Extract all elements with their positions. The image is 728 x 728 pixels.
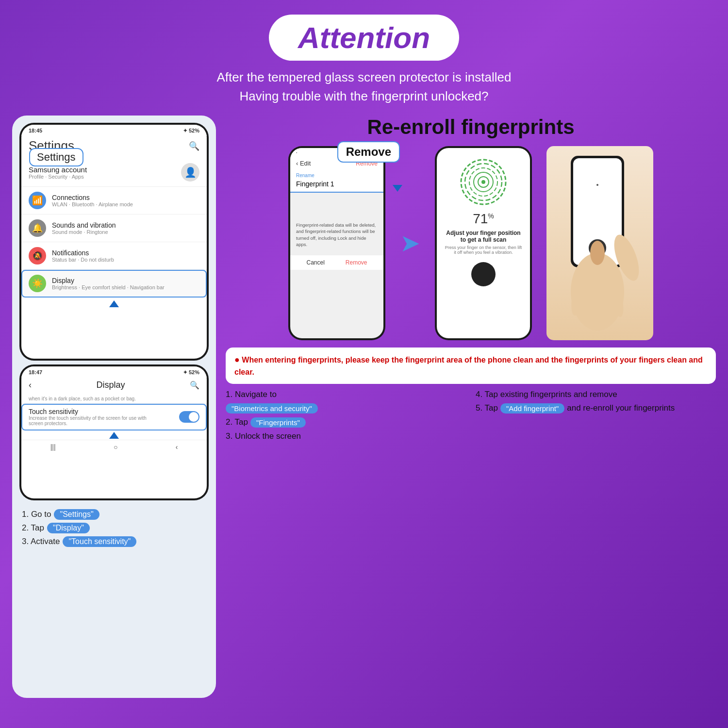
instruction-2: 2. Tap "Display" <box>22 523 206 533</box>
settings-callout: Settings <box>29 148 83 166</box>
fingerprint-graphic <box>459 158 508 206</box>
touch-sensitivity-item[interactable]: Touch sensitivity Increase the touch sen… <box>21 404 207 430</box>
arrow-up-touch <box>21 430 207 440</box>
svg-point-5 <box>481 180 485 184</box>
fingerprints-tag: "Fingerprints" <box>250 417 306 428</box>
callout-arrow <box>393 185 402 192</box>
touch-sensitivity-tag: "Touch sensitivity" <box>63 536 136 547</box>
right-instr-1: 1. Navigate to <box>226 390 466 399</box>
display-subtitle: Brightness · Eye comfort shield · Naviga… <box>52 284 165 290</box>
svg-point-12 <box>590 241 605 265</box>
toggle-switch[interactable] <box>179 411 199 423</box>
display-title: Display <box>52 277 165 284</box>
sounds-title: Sounds and vibration <box>52 221 116 229</box>
display-icon: ☀️ <box>29 275 46 292</box>
fp-percent: 71% <box>473 211 494 227</box>
svg-point-8 <box>596 184 598 186</box>
subtitle-line2: Having trouble with the fingerprint unlo… <box>10 87 718 106</box>
avatar: 👤 <box>181 163 199 182</box>
phone-mockup-bottom: 18:47 ✦ 52% ‹ Display 🔍 when it's in a d… <box>19 364 209 500</box>
nav-back-icon[interactable]: ‹ <box>176 443 178 451</box>
touch-sensitivity-wrapper: Touch sensitivity Increase the touch sen… <box>21 404 207 430</box>
right-col-right: 4. Tap existing fingerprints and remove … <box>476 390 716 445</box>
display-tag: "Display" <box>47 523 90 533</box>
phone-right-screen: 71% Adjust your finger position to get a… <box>437 148 530 338</box>
subtitle-line1: After the tempered glass screen protecto… <box>10 68 718 87</box>
fingerprint-name: Fingerprint 1 <box>290 179 383 193</box>
status-bar-top: 18:45 ✦ 52% <box>21 125 207 136</box>
notification-icon: 🔕 <box>29 247 46 265</box>
instruction-1: 1. Go to "Settings" <box>22 509 206 520</box>
arrow-up-display <box>21 298 207 309</box>
main-content: Settings 18:45 ✦ 52% Settings 🔍 Samsung … <box>0 116 728 698</box>
right-instructions: 1. Navigate to "Biometrics and security"… <box>226 390 716 445</box>
display-subtitle-area: when it's in a dark place, such as a poc… <box>21 394 207 404</box>
header-subtitle: After the tempered glass screen protecto… <box>10 68 718 106</box>
settings-tag: "Settings" <box>54 509 99 520</box>
toggle-knob <box>189 412 199 422</box>
phone-mockup-top: Settings 18:45 ✦ 52% Settings 🔍 Samsung … <box>19 123 209 361</box>
samsung-account-subtitle: Profile · Security · Apps <box>29 174 87 180</box>
page-header: Attention After the tempered glass scree… <box>0 0 728 116</box>
phone-nav-bar: ||| ○ ‹ <box>21 440 207 453</box>
phones-row: · · ‹ Edit Remove Rename Fingerprint 1 F… <box>226 146 716 340</box>
settings-item-display[interactable]: ☀️ Display Brightness · Eye comfort shie… <box>21 270 207 298</box>
display-page-title: Display <box>96 380 125 390</box>
nav-menu-icon[interactable]: ||| <box>50 443 56 451</box>
right-col-left: 1. Navigate to "Biometrics and security"… <box>226 390 466 445</box>
display-back-icon[interactable]: ‹ <box>29 380 32 390</box>
connections-subtitle: WLAN · Bluetooth · Airplane mode <box>52 201 133 207</box>
nav-home-icon[interactable]: ○ <box>114 443 117 451</box>
settings-item-sounds[interactable]: 🔔 Sounds and vibration Sound mode · Ring… <box>21 215 207 242</box>
notifications-subtitle: Status bar · Do not disturb <box>52 257 114 263</box>
connector-spacer <box>19 361 209 364</box>
search-icon[interactable]: 🔍 <box>189 141 199 151</box>
connections-title: Connections <box>52 194 133 201</box>
right-panel: Re-enroll fingerprints · · ‹ Edit Remove <box>226 116 716 698</box>
instruction-3: 3. Activate "Touch sensitivity" <box>22 536 206 547</box>
sound-icon: 🔔 <box>29 219 46 237</box>
attention-title: Attention <box>298 21 430 54</box>
settings-item-connections[interactable]: 📶 Connections WLAN · Bluetooth · Airplan… <box>21 187 207 215</box>
right-instr-4: 4. Tap existing fingerprints and remove <box>476 390 716 399</box>
edit-back-btn[interactable]: ‹ Edit <box>296 160 311 167</box>
warning-content: When entering fingerprints, please keep … <box>234 356 703 376</box>
remove-callout: Remove <box>337 141 400 163</box>
left-instructions: 1. Go to "Settings" 2. Tap "Display" 3. … <box>19 504 209 552</box>
touch-sensitivity-title: Touch sensitivity <box>29 408 199 415</box>
touch-sensitivity-subtitle: Increase the touch sensitivity of the sc… <box>29 415 148 426</box>
phone-mid-wrapper: · · ‹ Edit Remove Rename Fingerprint 1 F… <box>288 146 385 340</box>
rename-label: Rename <box>290 170 383 179</box>
reenroll-title: Re-enroll fingerprints <box>226 116 716 139</box>
arrow-right-icon: ➤ <box>400 229 420 257</box>
fp-cancel-btn[interactable]: Cancel <box>306 259 324 266</box>
settings-item-notifications[interactable]: 🔕 Notifications Status bar · Do not dist… <box>21 242 207 270</box>
right-instr-2: 2. Tap "Fingerprints" <box>226 417 466 428</box>
add-fingerprint-tag: "Add fingerprint" <box>500 403 564 414</box>
fp-warning-text: Fingerprint-related data will be deleted… <box>290 193 383 255</box>
fp-sensor-button[interactable] <box>471 262 496 286</box>
phone-screen-bottom: 18:47 ✦ 52% ‹ Display 🔍 when it's in a d… <box>21 366 207 498</box>
fp-adjust-desc: Adjust your finger position to get a ful… <box>437 227 530 245</box>
display-item-wrapper: ☀️ Display Brightness · Eye comfort shie… <box>21 270 207 298</box>
right-instr-biometrics: "Biometrics and security" <box>226 403 466 414</box>
display-sub-header: ‹ Display 🔍 <box>21 378 207 394</box>
notifications-title: Notifications <box>52 249 114 257</box>
hand-illustration <box>546 146 653 340</box>
attention-box: Attention <box>269 15 459 61</box>
warning-bullet: ● <box>234 355 240 364</box>
fp-remove-btn[interactable]: Remove <box>346 259 367 266</box>
fp-dialog-buttons: Cancel Remove <box>290 255 383 270</box>
phone-right: 71% Adjust your finger position to get a… <box>435 146 532 340</box>
left-panel: Settings 18:45 ✦ 52% Settings 🔍 Samsung … <box>12 116 216 698</box>
status-bar-bottom: 18:47 ✦ 52% <box>21 366 207 378</box>
phone-mid-screen: · · ‹ Edit Remove Rename Fingerprint 1 F… <box>290 148 383 338</box>
warning-text: ● When entering fingerprints, please kee… <box>226 347 716 384</box>
phone-mid: · · ‹ Edit Remove Rename Fingerprint 1 F… <box>288 146 385 340</box>
fp-press-desc: Press your finger on the sensor, then li… <box>437 245 530 255</box>
right-instr-3: 3. Unlock the screen <box>226 431 466 441</box>
samsung-account-title: Samsung account <box>29 165 87 174</box>
right-instr-5: 5. Tap "Add fingerprint" and re-enroll y… <box>476 403 716 414</box>
display-search-icon[interactable]: 🔍 <box>190 381 199 390</box>
sounds-subtitle: Sound mode · Ringtone <box>52 229 116 235</box>
